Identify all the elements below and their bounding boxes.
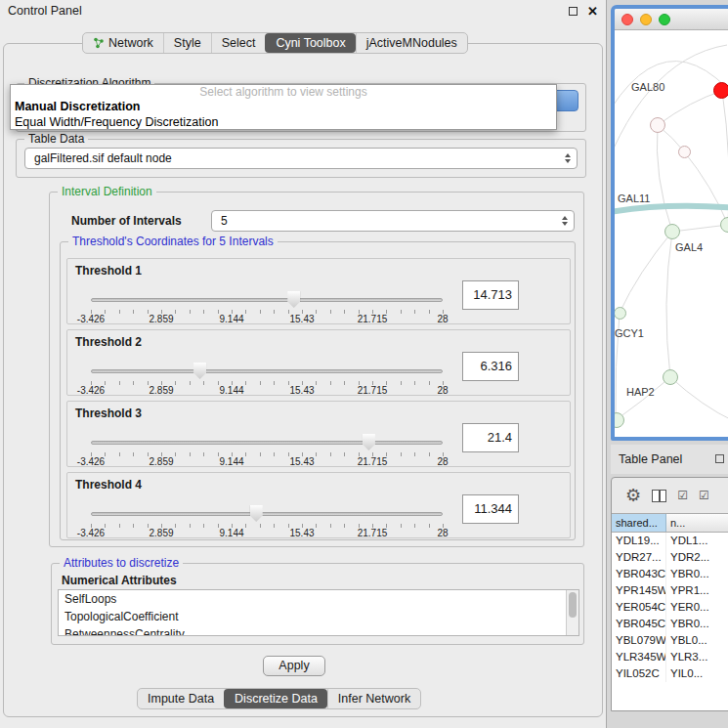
checkbox-checked-icon[interactable]: ☑ xyxy=(699,490,709,501)
table-panel-window: ⚙ ☑ ☑ shared... n... YDL19...YDL1... YDR… xyxy=(611,477,728,711)
number-of-intervals-label: Number of Intervals xyxy=(71,214,182,228)
table-row[interactable]: YLR345WYLR3... xyxy=(612,649,728,665)
list-item[interactable]: SelfLoops xyxy=(59,590,578,608)
network-view-window: GAL80 GAL11 GAL4 GCY1 HAP2 xyxy=(611,5,728,441)
cell: YDL1... xyxy=(666,533,728,549)
cell: YBL0... xyxy=(666,632,728,649)
slider-track[interactable] xyxy=(91,441,443,445)
threshold-label: Threshold 4 xyxy=(75,478,142,492)
apply-button[interactable]: Apply xyxy=(263,656,325,676)
popup-option-manual[interactable]: Manual Discretization xyxy=(11,99,556,114)
table-row[interactable]: YBL079WYBL0... xyxy=(612,632,728,649)
tab-label: jActiveMNodules xyxy=(366,36,457,50)
network-node[interactable] xyxy=(664,224,680,239)
table-row[interactable]: YDL19...YDL1... xyxy=(612,533,728,549)
threshold-4-slider[interactable] xyxy=(91,505,443,523)
table-row[interactable]: YER054CYER0... xyxy=(612,599,728,616)
zoom-window-button[interactable] xyxy=(659,14,670,25)
tab-infer-network[interactable]: Infer Network xyxy=(327,689,420,708)
tab-label: Impute Data xyxy=(148,692,214,706)
group-title: Interval Definition xyxy=(58,185,156,198)
threshold-1-slider[interactable] xyxy=(91,291,443,309)
network-canvas[interactable]: GAL80 GAL11 GAL4 GCY1 HAP2 xyxy=(615,30,728,437)
slider-track[interactable] xyxy=(91,298,443,302)
cell: YDR2... xyxy=(666,549,728,566)
slider-track[interactable] xyxy=(91,512,443,516)
close-window-button[interactable] xyxy=(621,14,633,25)
columns-icon[interactable] xyxy=(652,490,666,502)
table-header-row: shared... n... xyxy=(612,513,728,533)
threshold-3-value-field[interactable]: 21.4 xyxy=(462,423,519,452)
tick-label: 28 xyxy=(437,314,448,324)
tab-select[interactable]: Select xyxy=(211,33,266,53)
float-panel-icon[interactable] xyxy=(715,454,724,463)
threshold-2-slider[interactable] xyxy=(91,363,443,380)
table-data-combobox[interactable]: galFiltered.sif default node xyxy=(24,148,578,169)
node-label: HAP2 xyxy=(626,386,655,398)
popup-option-equal-width[interactable]: Equal Width/Frequency Discretization xyxy=(11,114,556,130)
tick-label: 9.144 xyxy=(219,385,243,396)
tick-label: 28 xyxy=(437,385,448,396)
cell: YBL079W xyxy=(612,632,666,649)
node-label: GAL11 xyxy=(618,193,650,204)
column-header-shared-name[interactable]: shared... xyxy=(612,514,666,532)
network-node[interactable] xyxy=(678,146,691,158)
table-row[interactable]: YIL052CYIL0... xyxy=(612,665,728,682)
table-row[interactable]: YPR145WYPR1... xyxy=(612,582,728,599)
network-icon xyxy=(93,37,105,49)
cell: YBR043C xyxy=(612,566,666,582)
threshold-label: Threshold 2 xyxy=(75,335,142,349)
threshold-2-value-field[interactable]: 6.316 xyxy=(462,352,519,381)
list-item[interactable]: TopologicalCoefficient xyxy=(59,608,578,625)
list-item[interactable]: BetweennessCentrality xyxy=(59,625,578,636)
cell: YBR0... xyxy=(666,616,728,632)
slider-track[interactable] xyxy=(91,369,443,373)
tab-jactivemnodules[interactable]: jActiveMNodules xyxy=(356,33,467,53)
slider-thumb[interactable] xyxy=(287,291,300,308)
slider-thumb[interactable] xyxy=(193,363,206,379)
threshold-1-value-field[interactable]: 14.713 xyxy=(462,280,519,310)
scrollbar-thumb[interactable] xyxy=(569,592,577,618)
tab-network[interactable]: Network xyxy=(83,33,163,53)
group-title: Table Data xyxy=(24,132,88,146)
table-row[interactable]: YDR27...YDR2... xyxy=(612,549,728,566)
float-window-icon[interactable] xyxy=(569,7,578,16)
network-node[interactable] xyxy=(663,369,678,385)
threshold-3-slider[interactable] xyxy=(91,434,443,451)
tick-label: 2.859 xyxy=(149,528,173,538)
tick-label: 21.715 xyxy=(358,385,388,396)
close-icon[interactable]: ✕ xyxy=(587,7,598,16)
tick-label: 2.859 xyxy=(149,385,173,396)
network-node[interactable] xyxy=(650,117,665,133)
table-row[interactable]: YBR045CYBR0... xyxy=(612,616,728,632)
tab-impute-data[interactable]: Impute Data xyxy=(138,689,224,708)
network-node-selected[interactable] xyxy=(713,82,728,99)
gear-icon[interactable]: ⚙ xyxy=(625,487,641,504)
threshold-4-value-field[interactable]: 11.344 xyxy=(462,494,519,524)
table-row[interactable]: YBR043CYBR0... xyxy=(612,566,728,582)
tab-style[interactable]: Style xyxy=(163,33,211,53)
tick-label: -3.426 xyxy=(77,528,105,538)
cell: YDR27... xyxy=(612,549,666,566)
table-panel-titlebar: Table Panel xyxy=(611,445,728,474)
minimize-window-button[interactable] xyxy=(640,14,652,25)
number-of-intervals-combobox[interactable]: 5 xyxy=(211,210,575,232)
group-title: Attributes to discretize xyxy=(60,556,183,570)
checkbox-checked-icon[interactable]: ☑ xyxy=(677,490,688,501)
tick-label: 9.144 xyxy=(219,528,243,538)
slider-thumb[interactable] xyxy=(250,505,263,522)
control-panel-titlebar: Control Panel ✕ xyxy=(0,0,606,21)
slider-scale-labels: -3.426 2.859 9.144 15.43 21.715 28 xyxy=(91,385,443,396)
slider-thumb[interactable] xyxy=(363,434,375,450)
cell: YIL052C xyxy=(612,665,666,682)
group-title: Threshold's Coordinates for 5 Intervals xyxy=(68,235,278,248)
tick-label: 21.715 xyxy=(358,456,388,467)
tab-discretize-data[interactable]: Discretize Data xyxy=(224,689,327,708)
interval-definition-group: Interval Definition Number of Intervals … xyxy=(49,192,584,547)
attributes-list-scrollbar[interactable] xyxy=(566,590,578,635)
tick-label: 2.859 xyxy=(149,456,173,467)
tab-cyni-toolbox[interactable]: Cyni Toolbox xyxy=(265,33,355,53)
attributes-list: SelfLoops TopologicalCoefficient Between… xyxy=(58,589,579,636)
column-header-name[interactable]: n... xyxy=(666,514,728,532)
combobox-value: galFiltered.sif default node xyxy=(34,151,172,165)
